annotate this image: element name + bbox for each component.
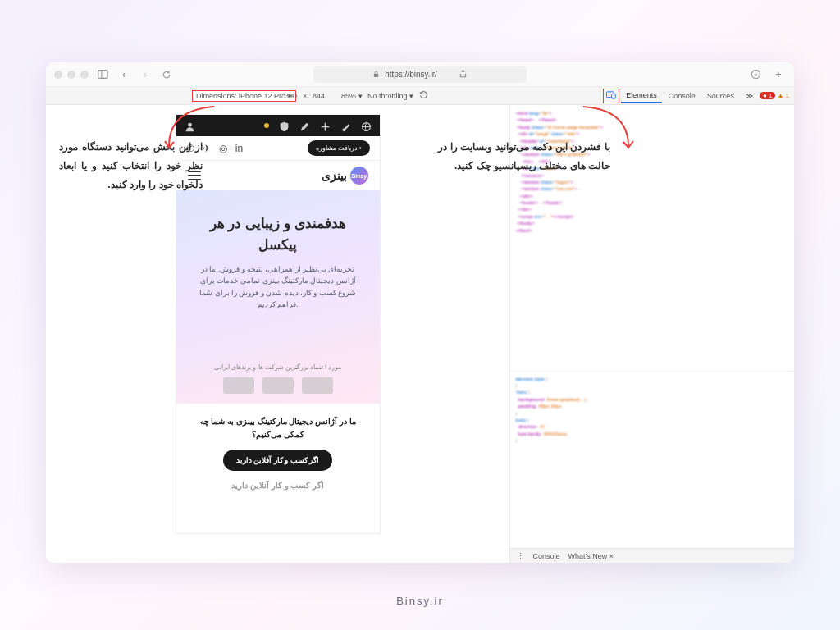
error-count[interactable]: ● 1 [760,92,776,99]
traffic-lights[interactable] [54,71,89,79]
url-bar[interactable]: https://binsy.ir/ [313,66,527,83]
mobile-header: بینزی Binsy [176,161,380,190]
hero: هدفمندی و زیبایی در هر پیکسل تجربه‌ای بی… [176,190,380,404]
callout-right: با فشردن این دکمه می‌توانید وبسایت را در… [438,138,610,176]
throttling-dropdown[interactable]: No throttling ▾ [368,92,413,100]
rotate-icon[interactable] [419,90,428,101]
hero-below: ما در آژانس دیجیتال مارکتینگ بینزی به شم… [176,404,380,501]
zoom-dropdown[interactable]: 85% ▾ [341,92,363,100]
new-tab-icon[interactable]: + [771,67,786,82]
download-icon[interactable] [748,67,763,82]
globe-icon[interactable] [361,121,372,131]
instagram-icon[interactable]: ◎ [219,143,227,154]
telegram-icon[interactable]: ✈ [203,143,211,154]
tabs-more-icon[interactable]: ≫ [741,89,758,103]
mobile-preview: ✆ ✈ ◎ in دریافت مشاوره › بینزی Binsy [176,115,380,533]
shield-icon[interactable] [279,121,290,131]
svg-rect-0 [98,71,107,79]
plus-icon[interactable] [320,121,331,131]
help-title: ما در آژانس دیجیتال مارکتینگ بینزی به شم… [189,415,367,441]
pen-icon[interactable] [299,121,310,131]
dimensions-dropdown[interactable]: Dimensions: iPhone 12 Pro ▾ [192,90,296,102]
device-toggle-button[interactable] [603,89,619,103]
svg-rect-2 [374,74,378,77]
sidebar-toggle-icon[interactable] [95,67,110,82]
client-logo [262,377,294,394]
browser-chrome-toolbar: ‹ › https://binsy.ir/ + [46,62,794,87]
devtools-drawer-tabs: ⋮ Console What's New × [510,548,794,563]
devtools-device-bar: Dimensions: iPhone 12 Pro ▾ 390 × 844 85… [46,87,794,105]
tab-elements[interactable]: Elements [621,89,662,103]
brand[interactable]: بینزی Binsy [322,167,368,185]
brush-icon[interactable] [340,121,351,131]
mobile-social-row: ✆ ✈ ◎ in دریافت مشاوره › [176,136,380,161]
brand-name: بینزی [322,169,347,182]
hero-description: تجربه‌ای بی‌نظیر از همراهی، نتیجه و فروش… [191,263,365,311]
mobile-topbar [176,115,380,136]
viewport-width[interactable]: 390 [285,92,297,100]
callout-left: از این بخش می‌توانید دستگاه مورد نظر خود… [59,138,203,194]
tab-console[interactable]: Console [664,89,701,103]
devtools-tabs: Elements Console Sources ≫ ● 1 ▲ 1 [603,89,789,103]
warning-count[interactable]: ▲ 1 [777,92,789,99]
forward-icon[interactable]: › [138,67,153,82]
share-icon[interactable] [459,70,468,79]
back-icon[interactable]: ‹ [116,67,131,82]
svg-rect-5 [612,94,616,98]
trusted-text: مورد اعتماد بزرگترین شرکت ها و برندهای ا… [191,363,365,371]
viewport-height[interactable]: 844 [313,92,325,100]
offline-business-button[interactable]: اگر کسب و کار آفلاین دارید [223,450,333,471]
drawer-tab-whatsnew[interactable]: What's New × [568,552,614,560]
drawer-tab-console[interactable]: Console [532,552,559,560]
hero-title: هدفمندی و زیبایی در هر پیکسل [191,213,365,255]
styles-pane[interactable]: element.style { } .hero { background: li… [510,371,794,548]
lock-icon [372,71,380,78]
user-icon[interactable] [185,121,195,131]
svg-point-6 [188,122,192,126]
consult-button[interactable]: دریافت مشاوره › [308,140,370,156]
online-heading: اگر کسب و کار آنلاین دارید [189,481,367,490]
linkedin-icon[interactable]: in [235,143,243,154]
tab-sources[interactable]: Sources [702,89,739,103]
url-text: https://binsy.ir/ [385,70,437,79]
dimension-separator: × [303,92,307,100]
client-logos [191,377,365,394]
status-dot-icon [264,123,269,128]
client-logo [223,377,254,394]
brand-logo-icon: Binsy [350,167,368,185]
drawer-menu-icon[interactable]: ⋮ [517,552,524,560]
footer-brand: Binsy.ir [0,595,840,607]
client-logo [302,377,333,394]
reload-icon[interactable] [159,67,174,82]
